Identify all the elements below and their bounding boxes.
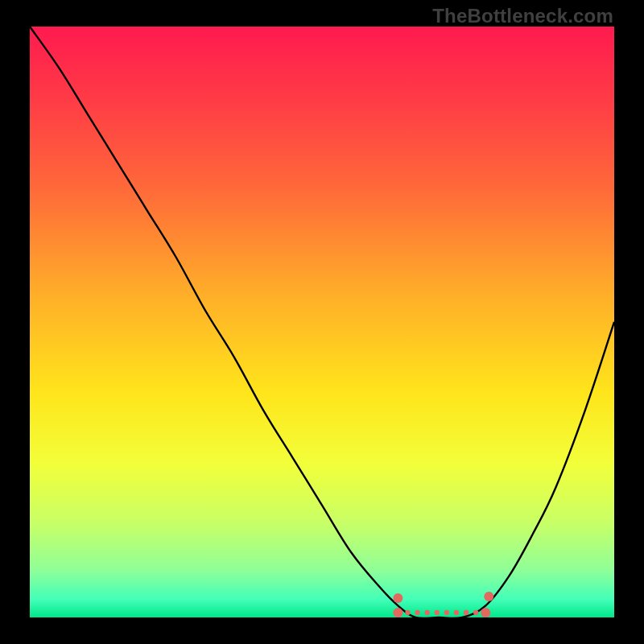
flat-region-dot [405, 610, 410, 615]
flat-region-dot [393, 608, 402, 617]
bottleneck-curve [30, 27, 614, 618]
watermark-text: TheBottleneck.com [432, 5, 613, 27]
flat-region-dot [481, 608, 490, 617]
flat-region-end-dot [393, 593, 402, 603]
flat-region-end-dot [484, 592, 493, 601]
flat-region-dot [424, 610, 429, 615]
flat-region-dot [473, 610, 478, 615]
flat-region-markers [393, 592, 493, 617]
flat-region-dot [464, 610, 469, 615]
flat-region-dot [444, 610, 449, 615]
flat-region-dot [435, 610, 440, 615]
chart-plot-area [30, 27, 614, 617]
chart-svg [30, 27, 614, 617]
flat-region-dot [415, 610, 419, 615]
flat-region-dot [454, 610, 459, 615]
